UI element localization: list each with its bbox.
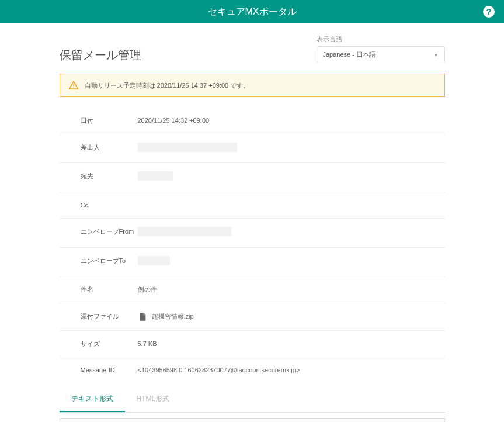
mail-details: 日付 2020/11/25 14:32 +09:00 差出人 宛先 Cc エンベ… <box>60 108 445 383</box>
attachment-label: 添付ファイル <box>81 312 138 322</box>
tab-html[interactable]: HTML形式 <box>125 387 182 412</box>
subject-value: 例の件 <box>138 285 427 295</box>
app-header: セキュアMXポータル ? <box>0 0 504 23</box>
file-icon <box>138 312 147 322</box>
env-from-label: エンベロープFrom <box>81 227 138 239</box>
msgid-label: Message-ID <box>81 365 138 375</box>
notice-text: 自動リリース予定時刻は 2020/11/25 14:37 +09:00 です。 <box>85 81 250 90</box>
to-label: 宛先 <box>81 171 138 184</box>
language-label: 表示言語 <box>317 35 445 44</box>
subject-label: 件名 <box>81 285 138 295</box>
from-label: 差出人 <box>81 143 138 155</box>
cc-label: Cc <box>81 200 138 210</box>
language-select[interactable]: Japanese - 日本語 <box>317 46 445 63</box>
attachment-filename[interactable]: 超機密情報.zip <box>152 312 194 321</box>
mail-body: 古賀です。 未公開情報に付き、取り扱いにご注意ください。 -- koga <box>60 418 445 423</box>
env-to-label: エンベロープTo <box>81 256 138 268</box>
svg-point-1 <box>73 87 74 88</box>
language-value: Japanese - 日本語 <box>323 51 376 58</box>
to-value <box>138 171 427 184</box>
from-value <box>138 143 427 155</box>
env-from-value <box>138 227 427 239</box>
app-title: セキュアMXポータル <box>208 6 297 18</box>
size-label: サイズ <box>81 339 138 349</box>
cc-value <box>138 200 427 210</box>
tab-text[interactable]: テキスト形式 <box>60 387 125 412</box>
date-value: 2020/11/25 14:32 +09:00 <box>138 116 427 126</box>
body-tabs: テキスト形式 HTML形式 <box>60 387 445 413</box>
help-icon[interactable]: ? <box>483 6 495 18</box>
page-title: 保留メール管理 <box>60 47 141 63</box>
size-value: 5.7 KB <box>138 339 427 349</box>
date-label: 日付 <box>81 116 138 126</box>
msgid-value: <1043956598.0.1606282370077@laocoon.secu… <box>138 365 427 375</box>
notice-banner: 自動リリース予定時刻は 2020/11/25 14:37 +09:00 です。 <box>60 74 445 97</box>
warning-icon <box>68 80 79 91</box>
env-to-value <box>138 256 427 268</box>
